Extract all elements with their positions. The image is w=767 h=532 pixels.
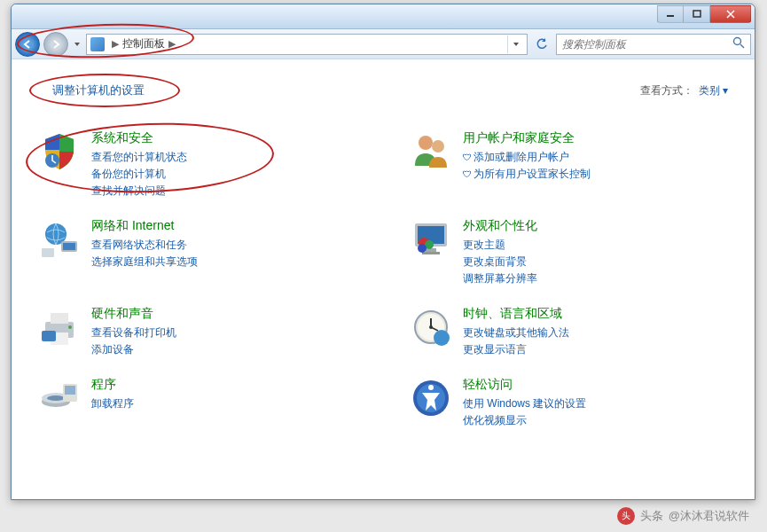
category-link[interactable]: 查看您的计算机状态: [91, 150, 356, 165]
control-panel-icon: [90, 37, 105, 51]
category-title[interactable]: 程序: [91, 377, 356, 393]
category-link[interactable]: 更改桌面背景: [463, 254, 728, 270]
category-title[interactable]: 网络和 Internet: [91, 218, 356, 234]
maximize-button[interactable]: [684, 5, 710, 23]
svg-rect-21: [51, 313, 68, 324]
svg-point-33: [47, 395, 65, 401]
svg-point-8: [432, 140, 444, 153]
category-link[interactable]: 更改键盘或其他输入法: [463, 325, 728, 340]
category-link[interactable]: 查看设备和打印机: [91, 325, 356, 340]
category-link[interactable]: 卸载程序: [91, 396, 356, 411]
monitor-icon: [410, 218, 452, 261]
control-panel-window: ▶ 控制面板 ▶ 调整计算机的设置 查看方式： 类别 ▾: [11, 4, 755, 500]
search-box[interactable]: [556, 34, 751, 55]
category-link[interactable]: 为所有用户设置家长控制: [463, 167, 728, 182]
titlebar: [12, 4, 755, 29]
users-icon: [410, 130, 452, 173]
svg-point-30: [434, 330, 450, 346]
svg-point-29: [429, 325, 433, 329]
content-area: 调整计算机的设置 查看方式： 类别 ▾ 系统和安全 查看您的计算机状态 备份您的…: [12, 59, 755, 499]
category-link[interactable]: 更改显示语言: [463, 342, 728, 357]
svg-line-5: [740, 44, 744, 48]
category-title[interactable]: 系统和安全: [91, 130, 356, 146]
category-link[interactable]: 查看网络状态和任务: [91, 238, 356, 253]
watermark-prefix: 头条: [640, 508, 663, 524]
category-appearance: 外观和个性化 更改主题 更改桌面背景 调整屏幕分辨率: [410, 218, 728, 288]
category-system-security: 系统和安全 查看您的计算机状态 备份您的计算机 查找并解决问题: [38, 130, 356, 200]
category-hardware: 硬件和声音 查看设备和打印机 添加设备: [38, 306, 356, 359]
category-link[interactable]: 优化视频显示: [463, 413, 728, 428]
watermark-icon: 头: [617, 507, 635, 525]
svg-rect-12: [42, 248, 54, 257]
nav-history-dropdown[interactable]: [72, 41, 82, 48]
watermark-text: @沐沐君说软件: [669, 508, 749, 524]
svg-point-38: [428, 385, 434, 390]
shield-icon: [38, 130, 81, 173]
page-title: 调整计算机的设置: [38, 77, 159, 104]
svg-rect-1: [693, 11, 700, 17]
address-dropdown[interactable]: [507, 35, 523, 53]
svg-point-4: [734, 37, 741, 44]
view-mode-dropdown[interactable]: 类别 ▾: [699, 83, 728, 98]
category-link[interactable]: 添加或删除用户帐户: [463, 150, 728, 165]
category-link[interactable]: 使用 Windows 建议的设置: [463, 396, 728, 411]
navigation-bar: ▶ 控制面板 ▶: [12, 29, 755, 59]
category-link[interactable]: 查找并解决问题: [91, 184, 356, 199]
category-title[interactable]: 硬件和声音: [91, 306, 356, 322]
category-title[interactable]: 轻松访问: [463, 377, 728, 393]
network-icon: [38, 218, 81, 261]
printer-icon: [38, 306, 81, 348]
category-link[interactable]: 选择家庭组和共享选项: [91, 254, 356, 270]
svg-rect-11: [63, 243, 75, 250]
category-user-accounts: 用户帐户和家庭安全 添加或删除用户帐户 为所有用户设置家长控制: [410, 130, 728, 200]
accessibility-icon: [410, 377, 452, 419]
category-clock-region: 时钟、语言和区域 更改键盘或其他输入法 更改显示语言: [410, 306, 728, 359]
svg-rect-16: [422, 252, 440, 254]
category-title[interactable]: 时钟、语言和区域: [463, 306, 728, 322]
svg-rect-24: [42, 331, 56, 341]
svg-rect-35: [65, 386, 75, 395]
view-mode: 查看方式： 类别 ▾: [640, 83, 728, 98]
search-input[interactable]: [562, 38, 732, 51]
refresh-button[interactable]: [531, 34, 552, 55]
category-link[interactable]: 更改主题: [463, 238, 728, 253]
view-mode-label: 查看方式：: [640, 83, 693, 98]
forward-button[interactable]: [43, 32, 68, 57]
svg-point-7: [419, 136, 433, 150]
category-grid: 系统和安全 查看您的计算机状态 备份您的计算机 查找并解决问题 用户帐户和家庭安…: [38, 130, 728, 430]
breadcrumb-sep-icon: ▶: [168, 38, 176, 50]
svg-point-19: [418, 244, 427, 253]
svg-rect-15: [426, 248, 436, 252]
minimize-button[interactable]: [657, 5, 684, 23]
category-network: 网络和 Internet 查看网络状态和任务 选择家庭组和共享选项: [38, 218, 356, 288]
svg-point-23: [68, 325, 72, 329]
breadcrumb-sep-icon: ▶: [112, 38, 119, 50]
address-bar[interactable]: ▶ 控制面板 ▶: [86, 34, 528, 55]
category-link[interactable]: 调整屏幕分辨率: [463, 271, 728, 286]
category-link[interactable]: 添加设备: [91, 342, 356, 357]
clock-icon: [410, 306, 452, 348]
back-button[interactable]: [15, 32, 40, 57]
category-link[interactable]: 备份您的计算机: [91, 167, 356, 182]
category-title[interactable]: 用户帐户和家庭安全: [463, 130, 728, 146]
breadcrumb-root[interactable]: 控制面板: [122, 36, 165, 51]
category-title[interactable]: 外观和个性化: [463, 218, 728, 234]
close-button[interactable]: [710, 5, 751, 23]
watermark: 头 头条 @沐沐君说软件: [617, 507, 749, 525]
category-ease-of-access: 轻松访问 使用 Windows 建议的设置 优化视频显示: [410, 377, 728, 430]
programs-icon: [38, 377, 81, 419]
search-icon: [732, 36, 745, 52]
category-programs: 程序 卸载程序: [38, 377, 356, 430]
